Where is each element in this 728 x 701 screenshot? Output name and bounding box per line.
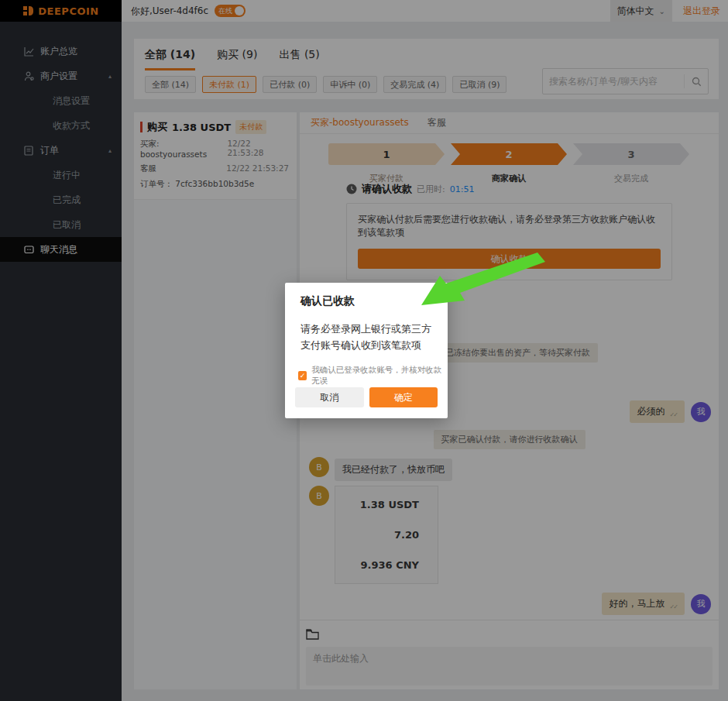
ok-button[interactable]: 确定 [369,387,438,407]
confirm-received-modal: 确认已收款 ✕ 请务必登录网上银行或第三方支付账号确认收到该笔款项 ✓ 我确认已… [285,283,448,418]
checkbox-label[interactable]: 我确认已登录收款账号，并核对收款无误 [311,365,448,387]
modal-body-text: 请务必登录网上银行或第三方支付账号确认收到该笔款项 [300,321,434,354]
cancel-button[interactable]: 取消 [295,387,364,407]
modal-title: 确认已收款 [300,294,355,308]
confirm-checkbox-row: ✓ 我确认已登录收款账号，并核对收款无误 [298,365,448,387]
modal-buttons: 取消 确定 [295,387,438,407]
close-icon[interactable]: ✕ [428,293,437,304]
deepcoin-merchant-page: { "colors": { "accent": "#f7801e", "link… [0,0,728,701]
checkbox-checked[interactable]: ✓ [298,371,307,380]
